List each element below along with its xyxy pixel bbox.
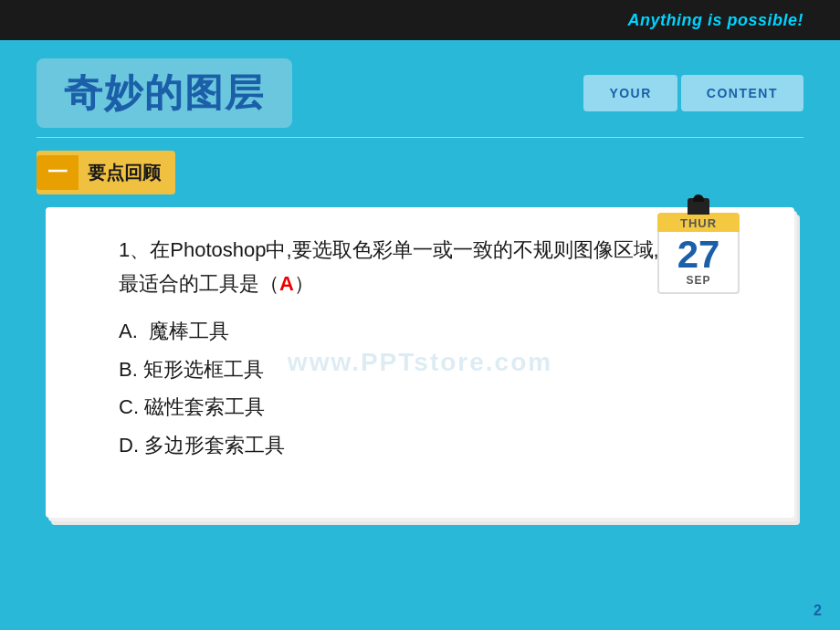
tagline-plain: Anything — [627, 11, 708, 29]
calendar-day: 27 — [659, 236, 738, 274]
section-number: 一 — [37, 155, 79, 190]
top-bar: Anything is possible! — [0, 0, 840, 40]
calendar-widget: THUR 27 SEP — [657, 198, 740, 294]
nav-buttons: YOUR CONTENT — [583, 75, 803, 111]
section-divider — [37, 137, 803, 138]
calendar-bottom: 27 SEP — [657, 232, 740, 294]
title-box: 奇妙的图层 — [37, 58, 292, 128]
content-area: THUR 27 SEP www.PPTstore.com 1、在Photosho… — [37, 207, 803, 518]
paper-stack: THUR 27 SEP www.PPTstore.com 1、在Photosho… — [46, 207, 794, 518]
paper-main: THUR 27 SEP www.PPTstore.com 1、在Photosho… — [46, 207, 794, 518]
answer-highlight: A — [279, 272, 294, 295]
calendar-weekday: THUR — [657, 216, 740, 230]
section-title: 要点回顾 — [88, 161, 161, 185]
header-row: 奇妙的图层 YOUR CONTENT — [37, 58, 803, 128]
calendar-top: THUR — [657, 213, 740, 232]
nav-btn-your[interactable]: YOUR — [583, 75, 677, 111]
page-title: 奇妙的图层 — [64, 68, 265, 119]
page-number: 2 — [814, 603, 822, 619]
tagline-highlight: is possible! — [708, 11, 803, 29]
question-number: 1 — [119, 238, 130, 261]
section-label: 一 要点回顾 — [37, 151, 175, 194]
option-b: B. 矩形选框工具 — [119, 351, 758, 389]
calendar-month: SEP — [659, 274, 738, 287]
options-list: A. 魔棒工具 B. 矩形选框工具 C. 磁性套索工具 D. 多边形套索工具 — [119, 312, 758, 465]
calendar-clip — [688, 198, 709, 215]
question-body: 、在Photoshop中,要选取色彩单一或一致的不规则图像区域,最适合的工具是（… — [119, 238, 659, 295]
tagline: Anything is possible! — [627, 11, 803, 30]
nav-btn-content[interactable]: CONTENT — [681, 75, 803, 111]
option-d: D. 多边形套索工具 — [119, 426, 758, 465]
option-a: A. 魔棒工具 — [119, 312, 758, 351]
option-c: C. 磁性套索工具 — [119, 388, 758, 426]
main-area: 奇妙的图层 YOUR CONTENT 一 要点回顾 THUR — [0, 40, 840, 536]
